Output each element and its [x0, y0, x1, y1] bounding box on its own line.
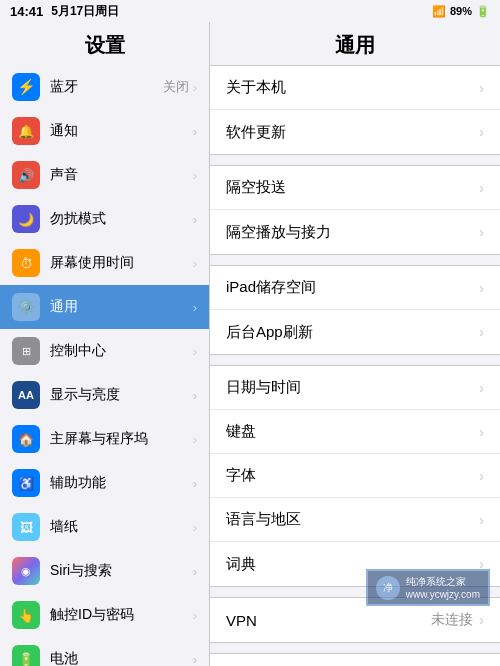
screentime-icon: ⏱ [12, 249, 40, 277]
sidebar-item-display[interactable]: AA 显示与亮度 › [0, 373, 209, 417]
vpn-value: 未连接 [431, 611, 473, 629]
sidebar-item-accessibility[interactable]: ♿ 辅助功能 › [0, 461, 209, 505]
sidebar-item-wallpaper[interactable]: 🖼 墙纸 › [0, 505, 209, 549]
general-icon: ⚙️ [12, 293, 40, 321]
sidebar-label-battery: 电池 [50, 650, 193, 666]
sidebar-item-siri[interactable]: ◉ Siri与搜索 › [0, 549, 209, 593]
watermark-text2: www.ycwjzy.com [406, 589, 480, 600]
softwareupdate-label: 软件更新 [226, 123, 479, 142]
sidebar-label-display: 显示与亮度 [50, 386, 193, 404]
vpn-label: VPN [226, 612, 431, 629]
watermark-logo: 净 [376, 576, 400, 600]
sidebar-label-controlcenter: 控制中心 [50, 342, 193, 360]
watermark-text1: 纯净系统之家 [406, 575, 480, 589]
sidebar-item-bluetooth[interactable]: ⚡ 蓝牙 关闭 › [0, 65, 209, 109]
sound-icon: 🔊 [12, 161, 40, 189]
section-item-backgroundrefresh[interactable]: 后台App刷新 › [210, 310, 500, 354]
sidebar: 设置 ⚡ 蓝牙 关闭 › 🔔 通知 › 🔊 声音 › 🌙 勿扰模式 › ⏱ [0, 22, 210, 666]
section-item-about[interactable]: 关于本机 › [210, 66, 500, 110]
bluetooth-value: 关闭 [163, 78, 189, 96]
sidebar-item-battery[interactable]: 🔋 电池 › [0, 637, 209, 666]
status-bar: 14:41 5月17日周日 📶 89% 🔋 [0, 0, 500, 22]
section-group-2: 隔空投送 › 隔空播放与接力 › [210, 165, 500, 255]
sidebar-label-notification: 通知 [50, 122, 193, 140]
sidebar-label-general: 通用 [50, 298, 193, 316]
section-item-keyboard[interactable]: 键盘 › [210, 410, 500, 454]
ipadstorage-label: iPad储存空间 [226, 278, 479, 297]
sidebar-label-donotdisturb: 勿扰模式 [50, 210, 193, 228]
donotdisturb-icon: 🌙 [12, 205, 40, 233]
about-label: 关于本机 [226, 78, 479, 97]
touchid-icon: 👆 [12, 601, 40, 629]
section-item-font[interactable]: 字体 › [210, 454, 500, 498]
watermark: 净 纯净系统之家 www.ycwjzy.com [366, 569, 490, 606]
section-group-1: 关于本机 › 软件更新 › [210, 65, 500, 155]
sidebar-item-homescreen[interactable]: 🏠 主屏幕与程序坞 › [0, 417, 209, 461]
section-item-language[interactable]: 语言与地区 › [210, 498, 500, 542]
status-date: 5月17日周日 [51, 3, 119, 20]
notification-icon: 🔔 [12, 117, 40, 145]
sidebar-label-siri: Siri与搜索 [50, 562, 193, 580]
font-label: 字体 [226, 466, 479, 485]
keyboard-label: 键盘 [226, 422, 479, 441]
sidebar-label-sound: 声音 [50, 166, 193, 184]
language-label: 语言与地区 [226, 510, 479, 529]
airdrop-label: 隔空投送 [226, 178, 479, 197]
datetime-label: 日期与时间 [226, 378, 479, 397]
section-item-airdrop[interactable]: 隔空投送 › [210, 166, 500, 210]
section-group-6: 法律与监管 › [210, 653, 500, 666]
sidebar-item-sound[interactable]: 🔊 声音 › [0, 153, 209, 197]
section-item-softwareupdate[interactable]: 软件更新 › [210, 110, 500, 154]
sidebar-item-controlcenter[interactable]: ⊞ 控制中心 › [0, 329, 209, 373]
backgroundrefresh-label: 后台App刷新 [226, 323, 479, 342]
sidebar-label-bluetooth: 蓝牙 [50, 78, 163, 96]
section-item-datetime[interactable]: 日期与时间 › [210, 366, 500, 410]
siri-icon: ◉ [12, 557, 40, 585]
battery-icon-sidebar: 🔋 [12, 645, 40, 666]
section-group-3: iPad储存空间 › 后台App刷新 › [210, 265, 500, 355]
sidebar-title: 设置 [0, 22, 209, 65]
sidebar-item-touchid[interactable]: 👆 触控ID与密码 › [0, 593, 209, 637]
sidebar-item-screentime[interactable]: ⏱ 屏幕使用时间 › [0, 241, 209, 285]
sidebar-label-homescreen: 主屏幕与程序坞 [50, 430, 193, 448]
section-group-4: 日期与时间 › 键盘 › 字体 › 语言与地区 › 词典 › [210, 365, 500, 587]
sidebar-label-wallpaper: 墙纸 [50, 518, 193, 536]
sidebar-item-donotdisturb[interactable]: 🌙 勿扰模式 › [0, 197, 209, 241]
sidebar-label-touchid: 触控ID与密码 [50, 606, 193, 624]
controlcenter-icon: ⊞ [12, 337, 40, 365]
status-time: 14:41 [10, 4, 43, 19]
wifi-icon: 📶 [432, 5, 446, 18]
airplay-label: 隔空播放与接力 [226, 223, 479, 242]
sidebar-label-accessibility: 辅助功能 [50, 474, 193, 492]
sidebar-item-general[interactable]: ⚙️ 通用 › [0, 285, 209, 329]
section-item-legal[interactable]: 法律与监管 › [210, 654, 500, 666]
accessibility-icon: ♿ [12, 469, 40, 497]
homescreen-icon: 🏠 [12, 425, 40, 453]
display-icon: AA [12, 381, 40, 409]
battery-icon: 🔋 [476, 5, 490, 18]
bluetooth-icon: ⚡ [12, 73, 40, 101]
sidebar-label-screentime: 屏幕使用时间 [50, 254, 193, 272]
sidebar-item-notification[interactable]: 🔔 通知 › [0, 109, 209, 153]
right-panel-title: 通用 [210, 22, 500, 65]
section-item-ipadstorage[interactable]: iPad储存空间 › [210, 266, 500, 310]
wallpaper-icon: 🖼 [12, 513, 40, 541]
section-item-airplay[interactable]: 隔空播放与接力 › [210, 210, 500, 254]
battery-text: 89% [450, 5, 472, 17]
